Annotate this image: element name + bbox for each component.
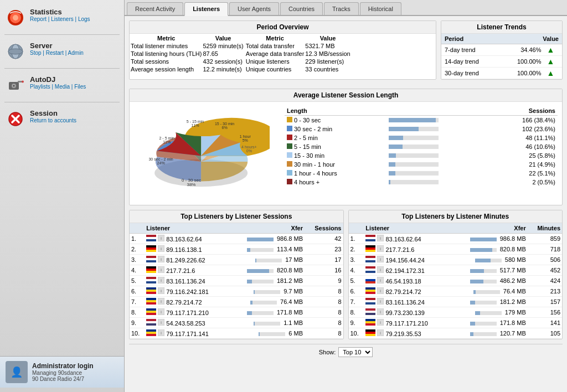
period-overview-tables: Metric Value Total listener minutes 5259… xyxy=(130,34,436,74)
period-overview-panel: Period Overview Metric Value Total liste… xyxy=(129,20,436,80)
xfer-cell: 486.2 MB xyxy=(450,276,528,286)
server-links[interactable]: Stop | Restart | Admin xyxy=(30,50,84,56)
value-cell: 100.00% xyxy=(500,56,544,68)
top-listeners-minutes-title: Top Listeners by Listener Minutes xyxy=(349,210,563,223)
listener-cell: i 79.219.35.53 xyxy=(364,328,450,339)
svg-text:24%: 24% xyxy=(157,161,166,165)
length-cell: 0 - 30 sec xyxy=(285,116,386,125)
svg-rect-60 xyxy=(146,300,156,302)
rank-cell: 2. xyxy=(349,244,364,255)
show-select[interactable]: Top 10 Top 20 Top 50 xyxy=(338,347,373,357)
listener-cell: i 83.161.136.24 xyxy=(364,297,450,307)
svg-rect-40 xyxy=(146,258,156,260)
svg-text:2 - 5 min: 2 - 5 min xyxy=(159,136,174,140)
server-restart-link[interactable]: Restart xyxy=(46,50,64,56)
sessions-cell: 17 xyxy=(305,255,343,265)
statistics-logs-link[interactable]: Logs xyxy=(78,16,90,22)
table-row: 3. i 81.249.226.62 17 MB 17 xyxy=(130,255,343,265)
rank-cell: 2. xyxy=(130,244,145,255)
length-cell: 15 - 30 min xyxy=(285,151,386,160)
bar-cell xyxy=(386,178,488,187)
xfer-cell: 181.2 MB xyxy=(229,276,305,286)
autodj-files-link[interactable]: Files xyxy=(74,84,86,90)
table-row: 3. i 194.156.44.24 580 MB 506 xyxy=(349,255,563,265)
divider-3 xyxy=(4,102,120,102)
value-cell: 229 listener(s) xyxy=(305,58,350,65)
statistics-links[interactable]: Report | Listeners | Logs xyxy=(30,16,90,22)
xfer-cell: 113.4 MB xyxy=(229,244,305,255)
period-overview-title: Period Overview xyxy=(130,21,436,34)
value-header-right: Value xyxy=(305,35,350,42)
tab-user-agents[interactable]: User Agents xyxy=(229,2,279,15)
length-cell: 2 - 5 min xyxy=(285,133,386,142)
sessions-cell: 46 (10.6%) xyxy=(487,142,558,151)
length-cell: 30 min - 1 hour xyxy=(285,160,386,169)
svg-rect-61 xyxy=(146,302,156,305)
svg-rect-35 xyxy=(146,247,156,250)
tab-countries[interactable]: Countries xyxy=(280,2,323,15)
svg-rect-124 xyxy=(365,329,375,332)
listener-cell: i 79.117.171.141 xyxy=(145,328,229,339)
table-row: 7. i 82.79.214.72 76.4 MB 8 xyxy=(130,297,343,307)
svg-rect-110 xyxy=(365,300,375,302)
xfer-cell: 580 MB xyxy=(450,255,528,265)
value-cell: 100.00% xyxy=(500,68,544,79)
listener-cell: i 62.194.172.31 xyxy=(364,265,450,276)
sessions-cell: 8 xyxy=(305,297,343,307)
listener-trends-table: Period Value 7-day trend 34.46% ▲ 14-day… xyxy=(441,34,562,79)
svg-rect-101 xyxy=(365,281,375,283)
autodj-media-link[interactable]: Media xyxy=(55,84,70,90)
session-length-title: Average Listener Session Length xyxy=(130,89,562,102)
length-cell: 30 sec - 2 min xyxy=(285,125,386,133)
sessions-cell: 102 (23.6%) xyxy=(487,125,558,133)
tab-recent-activity[interactable]: Recent Activity xyxy=(127,2,183,15)
svg-rect-44 xyxy=(146,266,156,269)
trend-icon: ▲ xyxy=(544,56,562,68)
autodj-playlists-link[interactable]: Playlists xyxy=(30,84,50,90)
listener-trends-title: Listener Trends xyxy=(441,21,562,34)
xfer-cell: 6 MB xyxy=(229,328,305,339)
admin-line1: Managing 90sdance xyxy=(32,370,94,376)
tab-listeners[interactable]: Listeners xyxy=(184,2,228,16)
metric-cell: Total listener minutes xyxy=(131,43,202,49)
value-cell: 5259 minute(s) xyxy=(203,43,243,49)
admin-section: 👤 Administrator login Managing 90sdance … xyxy=(0,356,124,388)
period-cell: 7-day trend xyxy=(441,44,500,56)
svg-rect-41 xyxy=(146,260,156,262)
minutes-header: Minutes xyxy=(528,223,562,234)
statistics-report-link[interactable]: Report xyxy=(30,16,47,22)
tab-historical[interactable]: Historical xyxy=(360,2,401,15)
svg-text:11%: 11% xyxy=(163,140,171,144)
session-links[interactable]: Return to accounts xyxy=(30,117,76,123)
autodj-links[interactable]: Playlists | Media | Files xyxy=(30,84,86,90)
table-row: 8. i 99.73.230.139 179 MB 156 xyxy=(349,307,563,318)
svg-text:5 - 15 min: 5 - 15 min xyxy=(187,120,204,123)
listener-trends-panel: Listener Trends Period Value 7-day trend… xyxy=(441,20,563,80)
svg-rect-49 xyxy=(146,277,156,279)
server-admin-link[interactable]: Admin xyxy=(68,50,84,56)
period-cell: 14-day trend xyxy=(441,56,500,68)
show-label: Show: xyxy=(319,349,336,355)
sidebar-server: Server Stop | Restart | Admin xyxy=(0,38,124,65)
server-stop-link[interactable]: Stop xyxy=(30,50,42,56)
rank-cell: 3. xyxy=(349,255,364,265)
svg-rect-34 xyxy=(146,245,156,247)
table-row: 0 - 30 sec 166 (38.4%) xyxy=(285,116,558,125)
pie-chart: 0 - 30 sec 38% 30 sec - 2 min 24% 2 - 5 … xyxy=(142,106,270,200)
statistics-listeners-link[interactable]: Listeners xyxy=(51,16,74,22)
rank-cell: 6. xyxy=(130,286,145,297)
table-row: 6. i 79.116.242.181 9.7 MB 8 xyxy=(130,286,343,297)
sessions-cell: 8 xyxy=(305,286,343,297)
metric-header-right: Metric xyxy=(246,35,305,42)
svg-rect-126 xyxy=(365,334,375,336)
rank-cell: 3. xyxy=(130,255,145,265)
listener-cell: i 217.7.21.6 xyxy=(145,265,229,276)
table-row: 2. i 217.7.21.6 820.8 MB 718 xyxy=(349,244,563,255)
length-cell: 1 hour - 4 hours xyxy=(285,169,386,178)
sidebar-server-text: Server Stop | Restart | Admin xyxy=(30,42,84,56)
session-return-link[interactable]: Return to accounts xyxy=(30,117,76,123)
bar-cell xyxy=(386,133,488,142)
bar-cell xyxy=(386,169,488,178)
tab-tracks[interactable]: Tracks xyxy=(324,2,359,15)
admin-avatar: 👤 xyxy=(6,361,28,383)
